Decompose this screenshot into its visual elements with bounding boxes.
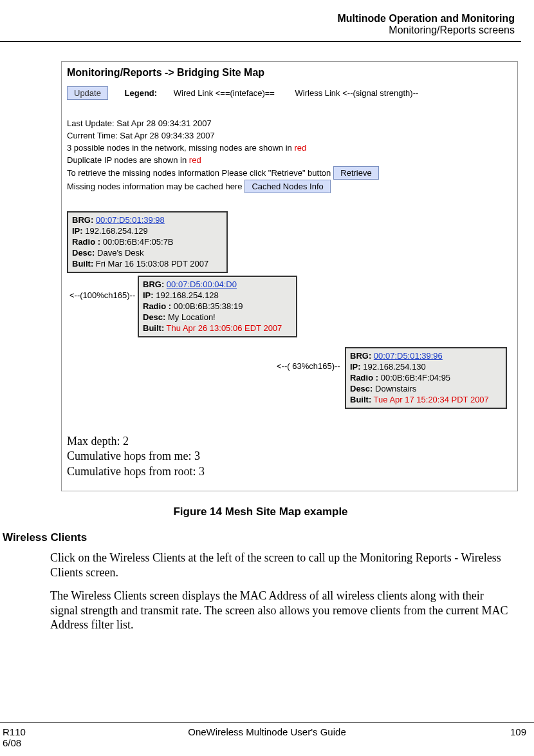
paragraph-1: Click on the Wireless Clients at the lef… — [50, 551, 508, 580]
signal-label-1: <--(100%ch165)-- — [69, 290, 135, 300]
possible-nodes-prefix: 3 possible nodes in the network, missing… — [67, 143, 294, 153]
brg-label: BRG: — [72, 215, 93, 225]
retrieve-line: To retrieve the missing nodes informatio… — [67, 166, 517, 180]
brg-mac-link[interactable]: 00:07:D5:01:39:98 — [96, 215, 165, 225]
ip-label: IP: — [72, 226, 83, 236]
last-update: Last Update: Sat Apr 28 09:34:31 2007 — [67, 118, 517, 130]
header-title: Multinode Operation and Monitoring — [0, 13, 515, 24]
footer-center: OneWireless Multinode User's Guide — [0, 726, 534, 737]
node-box-3: BRG: 00:07:D5:01:39:96 IP: 192.168.254.1… — [345, 347, 507, 409]
radio-value: 00:0B:6B:35:38:19 — [171, 301, 243, 311]
ip-value: 192.168.254.128 — [154, 290, 219, 300]
radio-label: Radio : — [143, 301, 171, 311]
built-value: Thu Apr 26 13:05:06 EDT 2007 — [164, 323, 282, 333]
ip-label: IP: — [143, 290, 154, 300]
header-divider — [0, 41, 521, 42]
radio-label: Radio : — [72, 237, 100, 247]
desc-value: Dave's Desk — [95, 248, 143, 258]
node-box-1: BRG: 00:07:D5:01:39:98 IP: 192.168.254.1… — [67, 211, 228, 273]
brg-label: BRG: — [350, 351, 371, 361]
dup-ip-prefix: Duplicate IP nodes are shown in — [67, 155, 189, 165]
legend-wireless: Wirless Link <--(signal strength)-- — [295, 88, 419, 98]
section-heading: Wireless Clients — [3, 531, 521, 544]
desc-label: Desc: — [350, 384, 373, 393]
radio-label: Radio : — [350, 373, 378, 383]
brg-mac-link[interactable]: 00:07:D5:01:39:96 — [374, 351, 443, 361]
hops-from-me: Cumulative hops from me: 3 — [67, 449, 205, 464]
max-depth: Max depth: 2 — [67, 434, 205, 449]
built-value: Fri Mar 16 15:03:08 PDT 2007 — [93, 259, 208, 269]
ip-label: IP: — [350, 362, 361, 372]
node-box-2: BRG: 00:07:D5:00:04:D0 IP: 192.168.254.1… — [138, 276, 297, 337]
legend-label: Legend: — [125, 88, 158, 98]
built-label: Built: — [143, 323, 164, 333]
red-text: red — [189, 155, 201, 165]
hops-from-root: Cumulative hops from root: 3 — [67, 464, 205, 479]
built-label: Built: — [72, 259, 93, 269]
header-subtitle: Monitoring/Reports screens — [0, 24, 515, 36]
cached-line: Missing nodes information may be cached … — [67, 180, 517, 193]
figure-caption: Figure 14 Mesh Site Map example — [0, 506, 521, 518]
cached-nodes-button[interactable]: Cached Nodes Info — [244, 180, 330, 193]
current-time: Current Time: Sat Apr 28 09:34:33 2007 — [67, 130, 517, 142]
built-label: Built: — [350, 395, 371, 404]
dup-ip-line: Duplicate IP nodes are shown in red — [67, 155, 517, 167]
radio-value: 00:0B:6B:4F:05:7B — [100, 237, 173, 247]
desc-label: Desc: — [143, 312, 165, 322]
page-footer: OneWireless Multinode User's Guide R110 … — [0, 722, 534, 748]
desc-value: Downstairs — [373, 384, 416, 393]
built-value: Tue Apr 17 15:20:34 PDT 2007 — [371, 395, 489, 404]
signal-label-2: <--( 63%ch165)-- — [277, 361, 340, 371]
legend-wired: Wired Link <==(inteface)== — [174, 88, 275, 98]
red-text: red — [294, 143, 306, 153]
brg-mac-link[interactable]: 00:07:D5:00:04:D0 — [167, 279, 237, 289]
possible-nodes-line: 3 possible nodes in the network, missing… — [67, 142, 517, 155]
brg-label: BRG: — [143, 279, 164, 289]
desc-value: My Location! — [165, 312, 215, 322]
paragraph-2: The Wireless Clients screen displays the… — [50, 589, 508, 632]
screenshot-figure: Monitoring/Reports -> Bridging Site Map … — [61, 61, 518, 491]
breadcrumb: Monitoring/Reports -> Bridging Site Map — [62, 62, 517, 85]
retrieve-button[interactable]: Retrieve — [333, 166, 378, 180]
desc-label: Desc: — [72, 248, 95, 258]
ip-value: 192.168.254.130 — [361, 362, 426, 372]
cached-text: Missing nodes information may be cached … — [67, 182, 242, 191]
retrieve-text: To retrieve the missing nodes informatio… — [67, 168, 331, 178]
ip-value: 192.168.254.129 — [83, 226, 148, 236]
update-button[interactable]: Update — [67, 86, 108, 100]
radio-value: 00:0B:6B:4F:04:95 — [378, 373, 450, 383]
footer-date: 6/08 — [3, 737, 26, 748]
